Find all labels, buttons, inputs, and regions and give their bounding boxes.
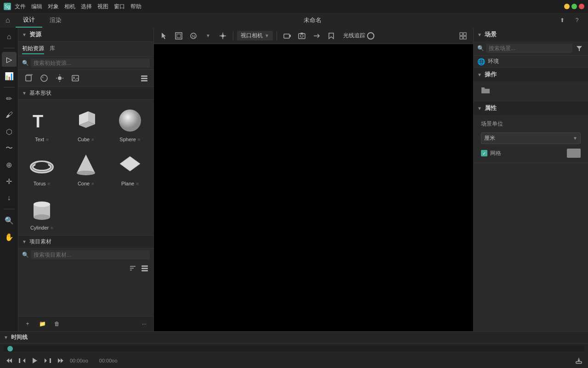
help-button[interactable]: ? [571, 15, 582, 26]
toolbar-hand-btn[interactable]: ✋ [2, 230, 17, 244]
shape-item-sphere[interactable]: Sphere ≡ [108, 102, 152, 145]
menu-view[interactable]: 视图 [97, 3, 108, 11]
shape-item-plane[interactable]: Plane ≡ [108, 146, 152, 189]
toolbar-transform-btn[interactable]: ✛ [2, 174, 17, 189]
toolbar-home-btn[interactable]: ⌂ [2, 29, 17, 44]
timeline-track[interactable] [4, 345, 584, 351]
toolbar-paint-btn[interactable]: 🖌 [2, 108, 17, 122]
grid-color-swatch[interactable] [567, 149, 581, 158]
menu-camera[interactable]: 相机 [64, 3, 75, 11]
scene-search: 🔍 [474, 41, 588, 56]
scene-search-input[interactable] [486, 44, 572, 53]
vp-camera2-btn[interactable] [281, 29, 294, 42]
grid-checkbox[interactable]: ✓ 网格 [481, 150, 501, 157]
vp-screenshot-btn[interactable] [295, 29, 308, 42]
vp-camera-selector[interactable]: 视口相机 ▼ [237, 31, 273, 40]
project-list-btn[interactable] [140, 263, 150, 273]
vp-bookmark-btn[interactable] [325, 29, 338, 42]
maximize-button[interactable] [571, 4, 577, 9]
raytracing-toggle-circle[interactable] [367, 32, 374, 40]
vp-grid-btn[interactable] [457, 29, 469, 42]
scene-unit-select[interactable]: 厘米 ▼ [481, 132, 581, 144]
project-sort-btn[interactable] [128, 263, 138, 273]
timeline-header[interactable]: ▼ 时间线 [0, 332, 588, 344]
tc-play-btn[interactable] [29, 355, 40, 366]
assets-search-bar: 🔍 [18, 57, 153, 70]
menu-file[interactable]: 文件 [15, 3, 26, 11]
op-item-folder[interactable] [477, 84, 584, 98]
vp-cursor-btn[interactable] [158, 29, 170, 42]
project-assets-header[interactable]: ▼ 项目素材 [18, 236, 153, 248]
assets-tab-initial[interactable]: 初始资源 [22, 44, 44, 54]
list-toggle-btn[interactable] [139, 73, 150, 84]
svg-rect-51 [460, 33, 463, 35]
more-options-button[interactable]: ··· [139, 318, 150, 329]
folder-asset-button[interactable]: 📁 [37, 318, 48, 329]
menu-object[interactable]: 对象 [48, 3, 59, 11]
toolbar-separator-2 [4, 87, 15, 87]
scene-filter-btn[interactable] [574, 43, 584, 53]
filter-image-btn[interactable] [69, 72, 82, 85]
tc-skip-back-btn[interactable] [4, 355, 15, 366]
home-tab[interactable]: ⌂ [0, 13, 16, 28]
toolbar-merge-btn[interactable]: ⊕ [2, 157, 17, 172]
timeline-export-btn[interactable] [573, 355, 584, 366]
vp-pivot-btn[interactable] [216, 29, 229, 42]
share-button[interactable]: ⬆ [557, 15, 568, 26]
tc-skip-forward-btn[interactable] [55, 355, 66, 366]
menu-help[interactable]: 帮助 [130, 3, 141, 11]
assets-search-input[interactable] [31, 58, 150, 68]
vp-raytracing-toggle[interactable]: 光线追踪 [343, 32, 374, 40]
vp-align-dropdown-btn[interactable]: ▼ [202, 29, 215, 42]
camera-label: 视口相机 [241, 32, 263, 40]
left-toolbar: ⌂ ▷ 📊 ✏ 🖌 ⬡ 〜 ⊕ ✛ ↓ 🔍 [0, 28, 18, 331]
vp-align-btn[interactable]: N [187, 29, 200, 42]
project-search-input[interactable] [31, 250, 150, 259]
shape-preview-cylinder [26, 193, 58, 225]
timeline-scrubber[interactable] [7, 346, 13, 351]
shape-item-cylinder[interactable]: Cylinder ≡ [20, 190, 63, 233]
operations-header[interactable]: ▼ 操作 [474, 68, 588, 81]
grid-checkbox-box[interactable]: ✓ [481, 150, 487, 156]
minimize-button[interactable] [564, 4, 570, 9]
svg-marker-26 [120, 156, 140, 171]
menu-window[interactable]: 窗口 [114, 3, 125, 11]
basic-shapes-header[interactable]: ▼ 基本形状 [18, 87, 153, 100]
scene-header[interactable]: ▼ 场景 [474, 28, 588, 41]
toolbar-cube-btn[interactable]: ⬡ [2, 124, 17, 139]
tc-prev-btn[interactable] [17, 355, 28, 366]
filter-light-btn[interactable] [53, 72, 66, 85]
tc-next-btn[interactable] [42, 355, 53, 366]
tab-design[interactable]: 设计 [16, 13, 42, 28]
assets-header[interactable]: ▼ 资源 [18, 28, 153, 42]
filter-3d-btn[interactable] [22, 72, 35, 85]
delete-asset-button[interactable]: 🗑 [51, 318, 62, 329]
menu-select[interactable]: 选择 [81, 3, 92, 11]
shape-item-cone[interactable]: Cone ≡ [64, 146, 107, 189]
shape-name-cone: Cone [78, 181, 90, 186]
add-asset-button[interactable]: + [22, 318, 33, 329]
wave-icon: 〜 [6, 144, 13, 153]
menu-edit[interactable]: 编辑 [31, 3, 42, 11]
toolbar-brush-btn[interactable]: ✏ [2, 91, 17, 106]
shape-item-cube[interactable]: Cube ≡ [64, 102, 107, 145]
shape-item-text[interactable]: T Text ≡ [20, 102, 63, 145]
shape-opts-sphere: ≡ [138, 137, 141, 142]
menubar: ⌂ 设计 渲染 未命名 ⬆ ? [0, 13, 588, 28]
filter-material-btn[interactable] [38, 72, 51, 85]
shape-item-torus[interactable]: Torus ≡ [20, 146, 63, 189]
close-button[interactable] [579, 4, 584, 9]
toolbar-chart-btn[interactable]: 📊 [2, 69, 17, 83]
toolbar-wave-btn[interactable]: 〜 [2, 141, 17, 155]
scene-tree-item-environment[interactable]: 🌐 环境 [474, 56, 588, 67]
assets-tab-library[interactable]: 库 [50, 44, 55, 54]
toolbar-search-btn[interactable]: 🔍 [2, 213, 17, 228]
toolbar-select-btn[interactable]: ▷ [2, 52, 17, 67]
properties-header[interactable]: ▼ 属性 [474, 101, 588, 115]
vp-share-btn[interactable] [310, 29, 323, 42]
tab-render[interactable]: 渲染 [42, 13, 69, 28]
titlebar-menu[interactable]: 文件 编辑 对象 相机 选择 视图 窗口 帮助 [15, 3, 141, 11]
filter-row [18, 70, 153, 87]
vp-frame-btn[interactable] [172, 29, 185, 42]
toolbar-download-btn[interactable]: ↓ [2, 190, 17, 205]
